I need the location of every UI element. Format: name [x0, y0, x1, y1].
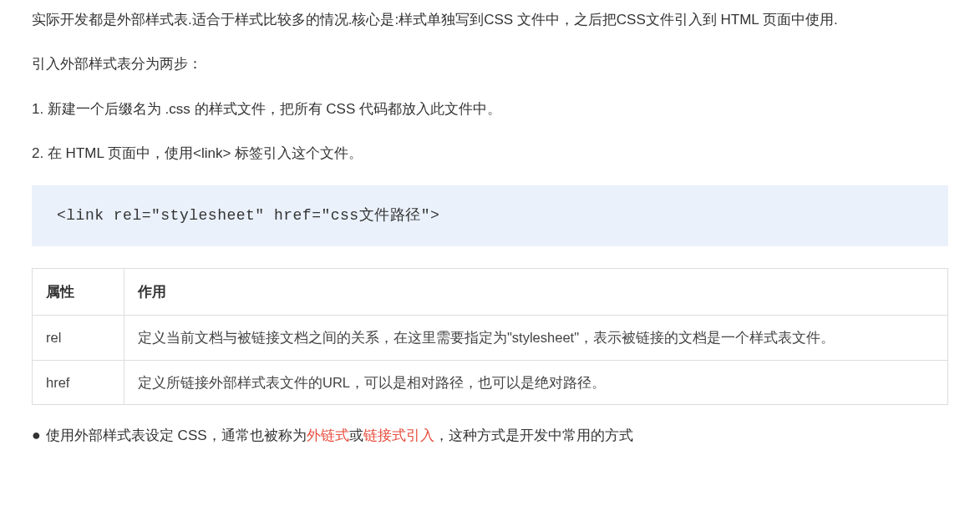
bullet-text-part2: 或	[349, 428, 363, 443]
desc-cell: 定义所链接外部样式表文件的URL，可以是相对路径，也可以是绝对路径。	[124, 360, 948, 404]
bullet-text-part1: 使用外部样式表设定 CSS，通常也被称为	[46, 428, 307, 443]
table-header-row: 属性 作用	[33, 269, 948, 316]
table-row: rel 定义当前文档与被链接文档之间的关系，在这里需要指定为"styleshee…	[33, 316, 948, 360]
bullet-item: ● 使用外部样式表设定 CSS，通常也被称为外链式或链接式引入，这种方式是开发中…	[32, 422, 948, 449]
attributes-table: 属性 作用 rel 定义当前文档与被链接文档之间的关系，在这里需要指定为"sty…	[32, 268, 948, 405]
attr-cell: href	[33, 360, 124, 404]
step-1: 1. 新建一个后缀名为 .css 的样式文件，把所有 CSS 代码都放入此文件中…	[32, 96, 948, 122]
table-row: href 定义所链接外部样式表文件的URL，可以是相对路径，也可以是绝对路径。	[33, 360, 948, 404]
attr-cell: rel	[33, 316, 124, 360]
bullet-red-1: 外链式	[307, 428, 349, 443]
table-header-attr: 属性	[33, 269, 124, 316]
desc-cell: 定义当前文档与被链接文档之间的关系，在这里需要指定为"stylesheet"，表…	[124, 316, 948, 360]
table-header-desc: 作用	[124, 269, 948, 316]
steps-intro: 引入外部样式表分为两步：	[32, 51, 948, 77]
code-block: <link rel="stylesheet" href="css文件路径">	[32, 185, 948, 246]
bullet-red-2: 链接式引入	[363, 428, 434, 443]
bullet-dot-icon: ●	[32, 422, 41, 449]
intro-paragraph: 实际开发都是外部样式表.适合于样式比较多的情况.核心是:样式单独写到CSS 文件…	[32, 7, 948, 33]
bullet-text-part3: ，这种方式是开发中常用的方式	[434, 428, 633, 443]
bullet-text: 使用外部样式表设定 CSS，通常也被称为外链式或链接式引入，这种方式是开发中常用…	[46, 422, 633, 448]
step-2: 2. 在 HTML 页面中，使用<link> 标签引入这个文件。	[32, 140, 948, 166]
